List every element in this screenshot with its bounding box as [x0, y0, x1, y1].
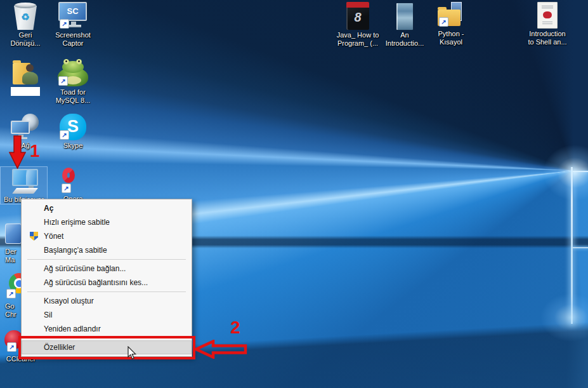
- annotation-box-properties: [18, 336, 195, 359]
- icon-label: Java_ How toProgram_ (...: [337, 31, 379, 48]
- desktop-icon-java-book[interactable]: 8 Java_ How toProgram_ (...: [334, 2, 381, 48]
- shortcut-arrow-icon: ↗: [439, 17, 448, 27]
- uac-shield-icon: [30, 232, 38, 241]
- opera-icon: ↗: [60, 167, 86, 194]
- menu-item-delete[interactable]: Sil: [22, 308, 192, 322]
- shortcut-arrow-icon: ↗: [60, 19, 69, 29]
- skype-icon: S ↗: [60, 114, 86, 140]
- menu-item-open[interactable]: Aç: [22, 201, 192, 215]
- menu-item-pin-quick-access[interactable]: Hızlı erişime sabitle: [22, 215, 192, 229]
- menu-item-disconnect-network-drive[interactable]: Ağ sürücüsü bağlantısını kes...: [22, 276, 192, 290]
- menu-item-map-network-drive[interactable]: Ağ sürücüsüne bağlan...: [22, 262, 192, 276]
- recycle-bin-icon: ♻: [13, 2, 38, 30]
- icon-label: AnIntroductio...: [386, 31, 424, 48]
- partially-hidden-app-icon: [5, 224, 22, 244]
- desktop-icon-an-introduction[interactable]: AnIntroductio...: [381, 2, 428, 48]
- annotation-arrow-1: [9, 135, 26, 171]
- icon-label: DerMa: [0, 248, 16, 264]
- icon-label: GoChr: [0, 302, 16, 319]
- mouse-cursor: [127, 346, 138, 363]
- icon-label: GeriDönüşü...: [10, 31, 40, 48]
- desktop-icon-user-folder[interactable]: [2, 58, 49, 96]
- shortcut-arrow-icon: ↗: [58, 76, 68, 86]
- menu-item-rename[interactable]: Yeniden adlandır: [22, 322, 192, 336]
- shortcut-arrow-icon: ↗: [6, 289, 16, 298]
- shell-book-icon: [537, 2, 558, 29]
- icon-label: Toad forMySQL 8...: [56, 88, 91, 105]
- desktop-icon-python-shortcut[interactable]: ↗ Python -Kısayol: [428, 2, 474, 46]
- user-folder-icon: [11, 58, 39, 86]
- annotation-arrow-2: [194, 340, 248, 361]
- context-menu: Aç Hızlı erişime sabitle Yönet Başlangıç…: [21, 199, 192, 357]
- shortcut-arrow-icon: ↗: [60, 130, 69, 140]
- desktop-icon-skype[interactable]: S ↗ Skype: [49, 114, 96, 150]
- this-pc-icon: [10, 169, 39, 194]
- icon-label: Python -Kısayol: [438, 30, 464, 46]
- java-book-icon: 8: [346, 2, 369, 30]
- screenshot-captor-icon: SC ↗: [56, 2, 89, 30]
- recycle-symbol-icon: ♻: [13, 11, 38, 23]
- shortcut-arrow-icon: ↗: [7, 342, 16, 352]
- annotation-number-1: 1: [30, 142, 40, 160]
- menu-item-pin-to-start[interactable]: Başlangıç'a sabitle: [22, 243, 192, 257]
- shortcut-arrow-icon: ↗: [62, 184, 71, 193]
- desktop-icon-toad-mysql[interactable]: ↗ Toad forMySQL 8...: [49, 58, 96, 105]
- icon-label: ScreenshotCaptor: [55, 31, 91, 48]
- windows-desktop: ♻ GeriDönüşü... SC ↗ ScreenshotCaptor ↗: [0, 0, 588, 388]
- desktop-icon-shell-book[interactable]: Introductionto Shell an...: [524, 2, 571, 46]
- censored-label: [11, 87, 40, 96]
- toad-icon: ↗: [57, 58, 89, 87]
- menu-item-create-shortcut[interactable]: Kısayol oluştur: [22, 294, 192, 308]
- book-icon: [396, 2, 413, 30]
- desktop-icon-opera[interactable]: ↗ Opera: [49, 167, 96, 203]
- python-folder-icon: ↗: [437, 2, 465, 29]
- wallpaper-window-edge-h2: [573, 247, 588, 248]
- menu-item-manage[interactable]: Yönet: [22, 229, 192, 243]
- desktop-icon-screenshot-captor[interactable]: SC ↗ ScreenshotCaptor: [49, 2, 96, 48]
- desktop-icon-recycle-bin[interactable]: ♻ GeriDönüşü...: [2, 2, 49, 48]
- menu-separator: [27, 291, 186, 292]
- icon-label: Introductionto Shell an...: [528, 30, 566, 46]
- icon-label: Skype: [63, 142, 83, 150]
- menu-separator: [27, 259, 186, 260]
- annotation-number-2: 2: [230, 319, 240, 337]
